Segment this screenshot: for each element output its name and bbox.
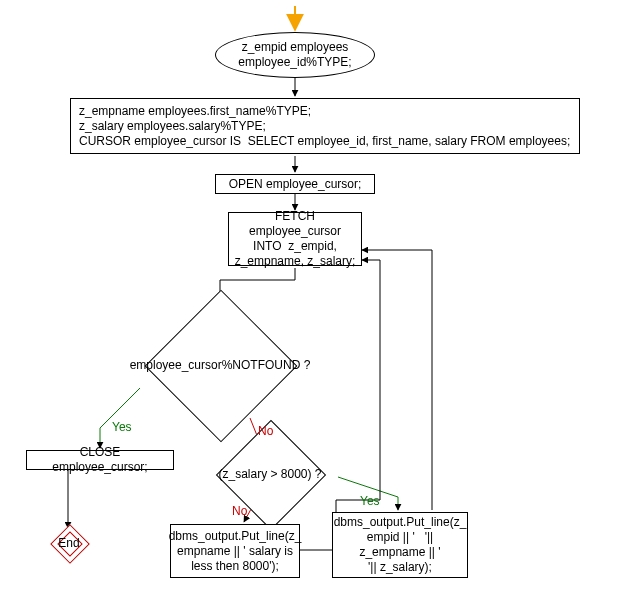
notfound-text: employee_cursor%NOTFOUND ?	[130, 358, 311, 373]
salary-decision: (z_salary > 8000) ?	[200, 446, 340, 502]
output-high-box: dbms_output.Put_line(z_ empid || ' '|| z…	[332, 512, 468, 578]
declarations-box: z_empname employees.first_name%TYPE; z_s…	[70, 98, 580, 154]
open-cursor-text: OPEN employee_cursor;	[229, 177, 362, 192]
end-node-label: End	[50, 530, 88, 556]
notfound-decision: employee_cursor%NOTFOUND ?	[110, 310, 330, 420]
flow-arrows	[0, 0, 640, 596]
salary-decision-text: (z_salary > 8000) ?	[218, 467, 321, 482]
edge-label-salary-yes: Yes	[360, 494, 380, 508]
start-node: z_empid employees employee_id%TYPE;	[215, 32, 375, 78]
output-high-text: dbms_output.Put_line(z_ empid || ' '|| z…	[334, 515, 467, 575]
start-node-text: z_empid employees employee_id%TYPE;	[238, 40, 351, 70]
output-low-text: dbms_output.Put_line(z_ empname || ' sal…	[169, 529, 302, 574]
declarations-text: z_empname employees.first_name%TYPE; z_s…	[79, 104, 570, 149]
edge-label-salary-no: No	[232, 504, 247, 518]
edge-label-notfound-no: No	[258, 424, 273, 438]
fetch-box: FETCH employee_cursor INTO z_empid, z_em…	[228, 212, 362, 266]
open-cursor-box: OPEN employee_cursor;	[215, 174, 375, 194]
output-low-box: dbms_output.Put_line(z_ empname || ' sal…	[170, 524, 300, 578]
close-cursor-box: CLOSE employee_cursor;	[26, 450, 174, 470]
fetch-text: FETCH employee_cursor INTO z_empid, z_em…	[233, 209, 357, 269]
edge-label-notfound-yes: Yes	[112, 420, 132, 434]
close-cursor-text: CLOSE employee_cursor;	[31, 445, 169, 475]
